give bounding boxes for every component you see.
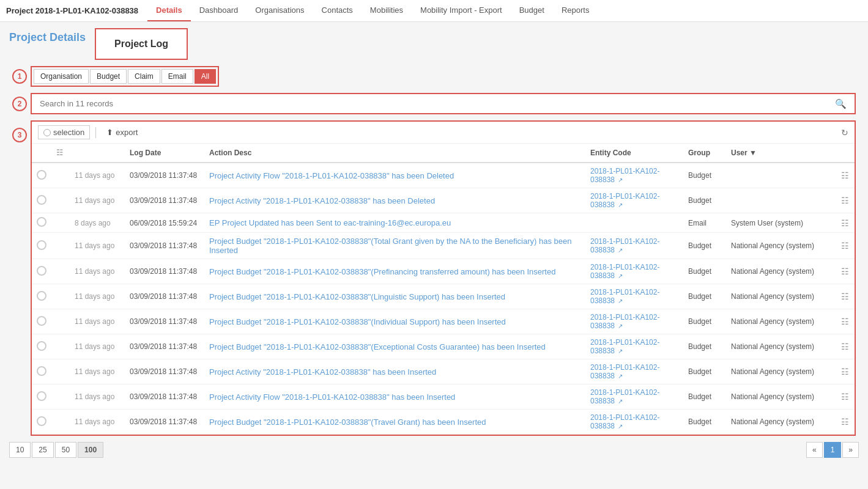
row-list-icon-7[interactable]: ☷ [836, 334, 855, 359]
row-list-icon-8[interactable]: ☷ [836, 359, 855, 384]
list-icon-6[interactable]: ☷ [841, 317, 849, 326]
list-icon-4[interactable]: ☷ [841, 267, 849, 276]
filter-btn-organisation[interactable]: Organisation [34, 69, 89, 84]
tab-budget[interactable]: Budget [511, 0, 553, 21]
row-radio-3[interactable] [32, 233, 51, 259]
filter-btn-claim[interactable]: Claim [128, 69, 160, 84]
tab-reports[interactable]: Reports [553, 0, 598, 21]
row-radio-5[interactable] [32, 284, 51, 309]
action-link-5[interactable]: Project Budget "2018-1-PL01-KA102-038838… [209, 292, 505, 301]
tab-organisations[interactable]: Organisations [247, 0, 313, 21]
list-icon-3[interactable]: ☷ [841, 241, 849, 251]
entity-link-1[interactable]: 2018-1-PL01-KA102-038838 ↗ [590, 192, 659, 209]
row-list-icon-6[interactable]: ☷ [836, 309, 855, 334]
action-link-1[interactable]: Project Activity "2018-1-PL01-KA102-0388… [209, 196, 435, 205]
list-icon-0[interactable]: ☷ [841, 171, 849, 180]
row-list-icon-1[interactable]: ☷ [836, 188, 855, 213]
search-input[interactable] [35, 95, 830, 112]
row-list-icon-4[interactable]: ☷ [836, 259, 855, 284]
filter-btn-all[interactable]: All [195, 69, 216, 84]
action-link-7[interactable]: Project Budget "2018-1-PL01-KA102-038838… [209, 342, 546, 351]
search-button[interactable]: 🔍 [830, 96, 851, 112]
refresh-button[interactable]: ↻ [841, 128, 848, 138]
list-icon-2[interactable]: ☷ [841, 218, 849, 228]
row-action-1[interactable]: Project Activity "2018-1-PL01-KA102-0388… [204, 188, 585, 213]
row-action-7[interactable]: Project Budget "2018-1-PL01-KA102-038838… [204, 334, 585, 359]
page-size-50[interactable]: 50 [55, 442, 76, 458]
row-radio-7[interactable] [32, 334, 51, 359]
radio-icon-7[interactable] [37, 341, 46, 351]
list-icon-7[interactable]: ☷ [841, 342, 849, 351]
tab-dashboard[interactable]: Dashboard [191, 0, 247, 21]
action-link-10[interactable]: Project Budget "2018-1-PL01-KA102-038838… [209, 417, 486, 427]
entity-link-9[interactable]: 2018-1-PL01-KA102-038838 ↗ [590, 388, 659, 405]
tab-contacts[interactable]: Contacts [313, 0, 362, 21]
row-action-4[interactable]: Project Budget "2018-1-PL01-KA102-038838… [204, 259, 585, 284]
radio-icon-2[interactable] [37, 217, 46, 227]
page-size-10[interactable]: 10 [9, 442, 31, 458]
row-action-9[interactable]: Project Activity Flow "2018-1-PL01-KA102… [204, 384, 585, 410]
action-link-3[interactable]: Project Budget "2018-1-PL01-KA102-038838… [209, 237, 571, 255]
selection-button[interactable]: selection [38, 125, 90, 139]
list-icon-8[interactable]: ☷ [841, 367, 849, 377]
tab-mobility-import-export[interactable]: Mobility Import - Export [412, 0, 511, 21]
radio-icon-1[interactable] [37, 195, 46, 205]
list-icon-9[interactable]: ☷ [841, 392, 849, 402]
entity-link-4[interactable]: 2018-1-PL01-KA102-038838 ↗ [590, 263, 659, 280]
row-radio-8[interactable] [32, 359, 51, 384]
row-radio-4[interactable] [32, 259, 51, 284]
row-list-icon-0[interactable]: ☷ [836, 163, 855, 188]
row-radio-2[interactable] [32, 213, 51, 233]
filter-btn-budget[interactable]: Budget [90, 69, 127, 84]
radio-icon-8[interactable] [37, 366, 46, 376]
entity-link-5[interactable]: 2018-1-PL01-KA102-038838 ↗ [590, 288, 659, 305]
radio-icon-9[interactable] [37, 391, 46, 401]
radio-icon-0[interactable] [37, 170, 46, 180]
page-1-button[interactable]: 1 [824, 442, 842, 458]
row-list-icon-10[interactable]: ☷ [836, 410, 855, 435]
entity-link-10[interactable]: 2018-1-PL01-KA102-038838 ↗ [590, 413, 659, 430]
entity-link-0[interactable]: 2018-1-PL01-KA102-038838 ↗ [590, 167, 659, 184]
col-header-group[interactable]: Group [683, 144, 726, 163]
radio-icon-5[interactable] [37, 291, 46, 301]
filter-btn-email[interactable]: Email [161, 69, 193, 84]
row-action-0[interactable]: Project Activity Flow "2018-1-PL01-KA102… [204, 163, 585, 188]
row-list-icon-3[interactable]: ☷ [836, 233, 855, 259]
project-log-tab[interactable]: Project Log [95, 28, 188, 60]
entity-link-6[interactable]: 2018-1-PL01-KA102-038838 ↗ [590, 313, 659, 330]
tab-details[interactable]: Details [147, 0, 191, 21]
col-header-user[interactable]: User ▼ [726, 144, 836, 163]
list-icon-10[interactable]: ☷ [841, 417, 849, 427]
row-action-2[interactable]: EP Project Updated has been Sent to eac-… [204, 213, 585, 233]
page-prev-button[interactable]: « [806, 442, 823, 458]
action-link-6[interactable]: Project Budget "2018-1-PL01-KA102-038838… [209, 317, 506, 326]
action-link-0[interactable]: Project Activity Flow "2018-1-PL01-KA102… [209, 171, 454, 180]
entity-link-7[interactable]: 2018-1-PL01-KA102-038838 ↗ [590, 338, 659, 355]
list-icon-1[interactable]: ☷ [841, 196, 849, 205]
tab-mobilities[interactable]: Mobilities [362, 0, 412, 21]
action-link-9[interactable]: Project Activity Flow "2018-1-PL01-KA102… [209, 392, 455, 402]
row-list-icon-9[interactable]: ☷ [836, 384, 855, 410]
col-header-actiondesc[interactable]: Action Desc [204, 144, 585, 163]
row-action-3[interactable]: Project Budget "2018-1-PL01-KA102-038838… [204, 233, 585, 259]
radio-icon-4[interactable] [37, 266, 46, 276]
row-action-5[interactable]: Project Budget "2018-1-PL01-KA102-038838… [204, 284, 585, 309]
row-radio-0[interactable] [32, 163, 51, 188]
row-action-8[interactable]: Project Activity "2018-1-PL01-KA102-0388… [204, 359, 585, 384]
export-button[interactable]: ⬆ export [102, 126, 143, 139]
list-icon-5[interactable]: ☷ [841, 292, 849, 301]
radio-icon-6[interactable] [37, 316, 46, 326]
row-list-icon-5[interactable]: ☷ [836, 284, 855, 309]
radio-icon-10[interactable] [37, 416, 46, 426]
action-link-8[interactable]: Project Activity "2018-1-PL01-KA102-0388… [209, 367, 436, 377]
row-radio-6[interactable] [32, 309, 51, 334]
row-action-6[interactable]: Project Budget "2018-1-PL01-KA102-038838… [204, 309, 585, 334]
page-size-25[interactable]: 25 [32, 442, 53, 458]
page-next-button[interactable]: » [842, 442, 859, 458]
action-link-2[interactable]: EP Project Updated has been Sent to eac-… [209, 218, 451, 227]
row-radio-10[interactable] [32, 410, 51, 435]
entity-link-8[interactable]: 2018-1-PL01-KA102-038838 ↗ [590, 363, 659, 380]
radio-icon-3[interactable] [37, 240, 46, 250]
row-radio-9[interactable] [32, 384, 51, 410]
col-header-entitycode[interactable]: Entity Code [585, 144, 683, 163]
